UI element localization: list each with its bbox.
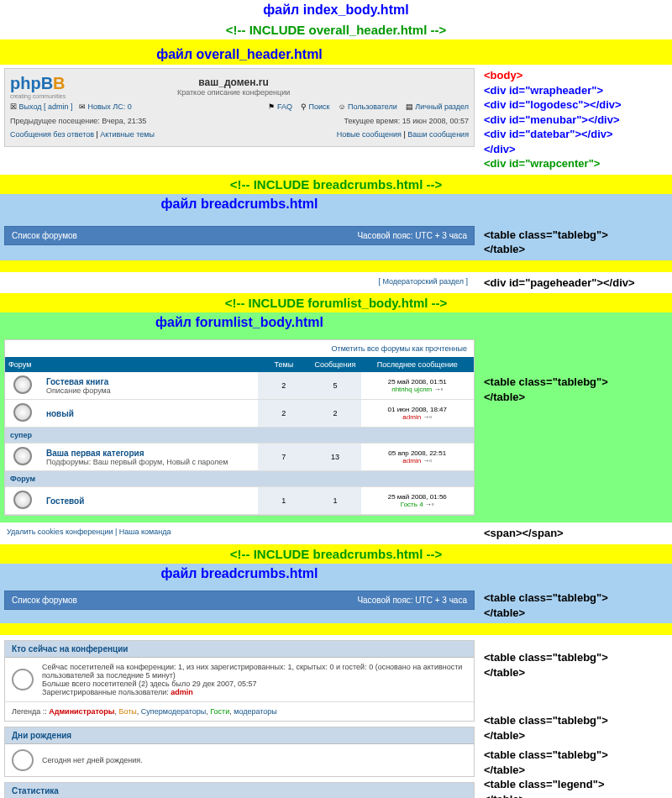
code-annotation: <table class="tablebg"> </table> [479,194,672,260]
forum-icon [13,447,32,465]
unanswered-link[interactable]: Сообщения без ответов [10,130,94,139]
title-breadcrumbs-2: файл breadcrumbs.html [4,564,475,584]
msgbar: Сообщения без ответов | Активные темы Но… [10,128,469,141]
breadcrumb-left[interactable]: Список форумов [12,231,77,240]
forum-header-wrap: phpBB creating communities ваш_домен.ru … [4,68,475,147]
breadcrumb-right: Часовой пояс: UTC + 3 часа [357,231,467,240]
forum-icon [13,375,32,394]
code-annotation: <table class="tablebg"> </table> [479,312,672,522]
category-row[interactable]: Форум [5,471,474,487]
whos-online: Кто сейчас на конференции Сейчас посетит… [4,640,475,722]
ucp-link[interactable]: Личный раздел [415,102,469,111]
mark-read-link[interactable]: Отметить все форумы как прочтенные [5,340,474,357]
title-index-body: файл index_body.html [0,0,672,20]
code-annotation: <table class="tablebg"> </table> <table … [479,635,672,798]
birthday-icon [12,749,34,771]
code-annotation: <body> <div id="wrapheader"> <div id="lo… [479,65,672,175]
new-posts-link[interactable]: Новые сообщения [337,130,402,139]
online-icon [12,669,34,690]
breadcrumb-bar-1: Список форумов Часовой пояс: UTC + 3 час… [4,226,475,245]
your-posts-link[interactable]: Ваши сообщения [407,130,469,139]
active-link[interactable]: Активные темы [100,130,155,139]
title-breadcrumbs-1: файл breadcrumbs.html [4,194,475,214]
forum-row[interactable]: новый2201 июн 2008, 18:47admin →▫ [5,400,474,428]
breadcrumb-bar-2: Список форумов Часовой пояс: UTC + 3 час… [4,591,475,610]
phpbb-logo: phpBB creating communities [10,74,66,99]
search-link[interactable]: Поиск [308,102,329,111]
team-link[interactable]: Наша команда [119,528,171,536]
members-link[interactable]: Пользователи [348,102,397,111]
forum-row[interactable]: Гостевая книгаОписание форума2525 май 20… [5,372,474,400]
code-annotation: <div id="pageheader"></div> [479,272,672,294]
moderator-panel-link[interactable]: [ Модераторский раздел ] [4,272,475,291]
site-desc: Краткое описание конференции [66,88,402,97]
code-annotation: <table class="tablebg"> </table> [479,564,672,623]
code-annotation: <span></span> [479,522,672,544]
faq-link[interactable]: FAQ [277,102,292,111]
category-row[interactable]: супер [5,428,474,444]
forum-icon [13,491,32,509]
delete-cookies-link[interactable]: Удалить cookies конференции [7,528,113,536]
site-title: ваш_домен.ru [66,76,402,88]
birthdays: Дни рождения Сегодня нет дней рождения. [4,727,475,777]
forum-row[interactable]: Гостевой1125 май 2008, 01:56Гость 4 →▫ [5,487,474,515]
forum-icon [13,403,32,422]
logout-link[interactable]: Выход [ admin ] [19,102,73,111]
include-breadcrumbs-1: <!-- INCLUDE breadcrumbs.html --> [0,175,672,194]
statistics: Статистика Всего сообщений: 20 | Тем: 11… [4,782,475,798]
datebar: Предыдущее посещение: Вчера, 21:35Текуще… [10,114,469,128]
forum-row[interactable]: Ваша первая категорияПодфорумы: Ваш перв… [5,444,474,471]
include-breadcrumbs-2: <!-- INCLUDE breadcrumbs.html --> [0,544,672,564]
include-overall-header: <!-- INCLUDE overall_header.html --> [0,20,672,39]
include-forumlist: <!-- INCLUDE forumlist_body.html --> [0,293,672,312]
forum-table: Форум Темы Сообщения Последнее сообщение… [5,357,474,515]
pm-link[interactable]: Новых ЛС: 0 [87,102,131,111]
title-forumlist: файл forumlist_body.html [4,312,475,333]
title-overall-header: файл overall_header.html [4,45,475,65]
menubar: ☒ Выход [ admin ] ✉ Новых ЛС: 0 ⚑ FAQ ⚲ … [10,99,469,114]
